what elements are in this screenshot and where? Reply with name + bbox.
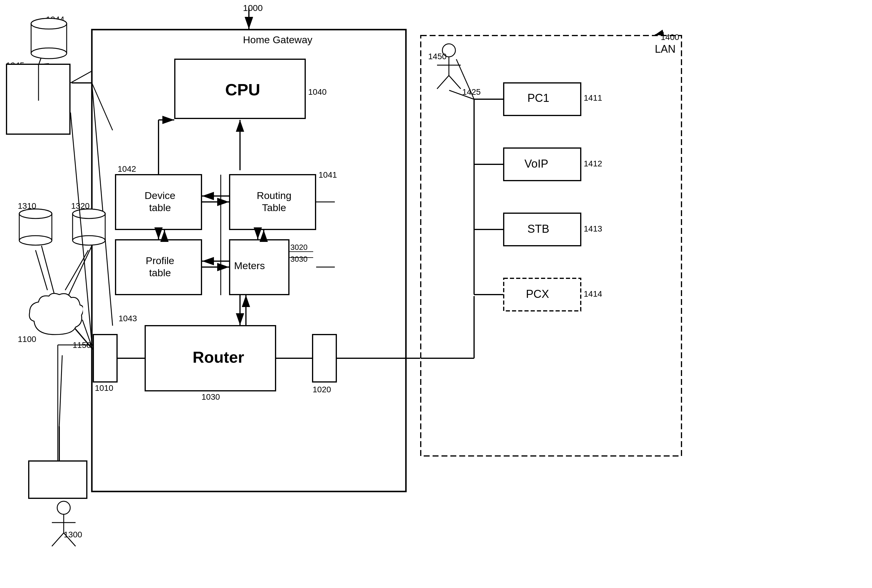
svg-point-62 bbox=[31, 48, 67, 58]
svg-line-36 bbox=[68, 246, 92, 296]
cpu-label: CPU bbox=[225, 80, 260, 99]
voip-label: VoIP bbox=[525, 158, 548, 170]
meters-label: Meters bbox=[234, 260, 265, 272]
ref-1413: 1413 bbox=[584, 224, 602, 234]
ref-3030: 3030 bbox=[290, 255, 308, 264]
svg-line-91 bbox=[65, 250, 88, 290]
ref-1412: 1412 bbox=[584, 159, 602, 168]
svg-point-75 bbox=[72, 209, 105, 219]
svg-line-29 bbox=[92, 83, 113, 130]
ref-1010: 1010 bbox=[95, 383, 113, 393]
ref-1020: 1020 bbox=[313, 385, 331, 394]
ref-1400: 1400 bbox=[661, 33, 679, 42]
wan-cloud bbox=[27, 290, 83, 344]
ref-1043: 1043 bbox=[119, 314, 137, 323]
ref-1411: 1411 bbox=[584, 93, 602, 103]
cylinder-1044 bbox=[30, 16, 68, 64]
svg-line-79 bbox=[52, 533, 64, 546]
svg-line-80 bbox=[64, 533, 75, 546]
svg-point-74 bbox=[72, 236, 105, 245]
cylinder-1320 bbox=[71, 207, 107, 250]
ref-1040: 1040 bbox=[308, 87, 326, 97]
ref-1042: 1042 bbox=[117, 164, 136, 174]
ref-1041: 1041 bbox=[319, 170, 337, 180]
svg-line-88 bbox=[71, 71, 92, 83]
svg-line-90 bbox=[36, 250, 47, 290]
svg-rect-13 bbox=[313, 334, 336, 382]
svg-rect-12 bbox=[93, 334, 117, 382]
svg-line-84 bbox=[437, 75, 449, 89]
svg-point-76 bbox=[57, 501, 70, 514]
svg-point-69 bbox=[19, 209, 52, 219]
person-1300 bbox=[46, 500, 81, 548]
device-table-label: Devicetable bbox=[119, 189, 201, 214]
svg-line-35 bbox=[42, 246, 55, 296]
svg-point-68 bbox=[19, 236, 52, 245]
svg-line-30 bbox=[92, 83, 113, 326]
svg-point-81 bbox=[442, 44, 456, 57]
pc1-label: PC1 bbox=[528, 92, 549, 105]
svg-rect-37 bbox=[421, 36, 681, 456]
person-1450 bbox=[431, 43, 467, 90]
router-label: Router bbox=[192, 348, 244, 366]
svg-point-63 bbox=[31, 18, 67, 29]
cylinder-1310 bbox=[18, 207, 53, 250]
profile-table-label: Profiletable bbox=[119, 255, 201, 279]
lan-label: LAN bbox=[655, 43, 675, 56]
ref-1030: 1030 bbox=[201, 392, 220, 402]
svg-line-34 bbox=[59, 355, 62, 426]
ref-1414: 1414 bbox=[584, 289, 602, 299]
ref-3020: 3020 bbox=[290, 243, 308, 252]
svg-line-85 bbox=[449, 75, 461, 89]
routing-table-label: RoutingTable bbox=[233, 189, 316, 214]
stb-label: STB bbox=[528, 223, 549, 236]
pcx-label: PCX bbox=[526, 288, 549, 300]
home-gateway-label: Home Gateway bbox=[243, 34, 312, 46]
ref-1000: 1000 bbox=[243, 3, 263, 13]
